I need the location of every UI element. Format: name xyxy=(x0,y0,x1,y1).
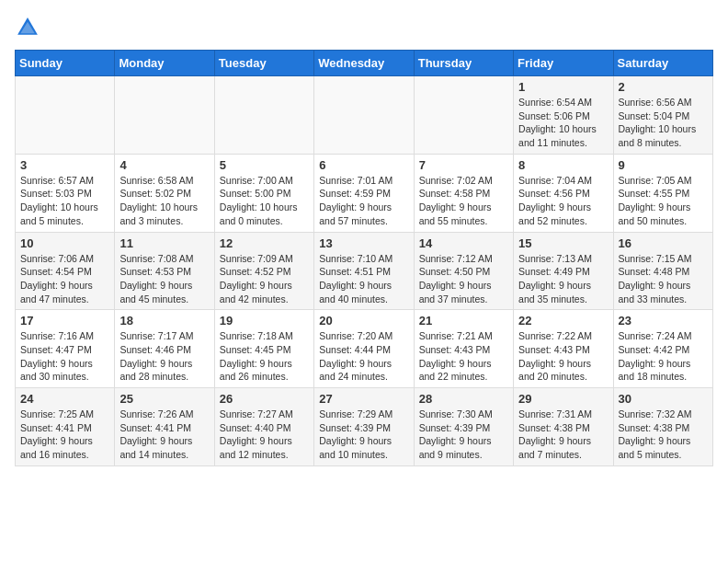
calendar-cell: 22Sunrise: 7:22 AM Sunset: 4:43 PM Dayli… xyxy=(514,310,613,388)
calendar-cell: 28Sunrise: 7:30 AM Sunset: 4:39 PM Dayli… xyxy=(414,388,513,466)
day-info: Sunrise: 7:12 AM Sunset: 4:50 PM Dayligh… xyxy=(419,252,508,306)
calendar-week-row: 1Sunrise: 6:54 AM Sunset: 5:06 PM Daylig… xyxy=(16,76,713,155)
calendar-cell: 6Sunrise: 7:01 AM Sunset: 4:59 PM Daylig… xyxy=(314,154,414,232)
day-number: 28 xyxy=(419,392,508,406)
day-info: Sunrise: 7:09 AM Sunset: 4:52 PM Dayligh… xyxy=(220,252,309,306)
calendar-cell xyxy=(214,76,313,155)
calendar-cell: 17Sunrise: 7:16 AM Sunset: 4:47 PM Dayli… xyxy=(16,310,115,388)
day-number: 19 xyxy=(220,314,309,327)
calendar-cell: 11Sunrise: 7:08 AM Sunset: 4:53 PM Dayli… xyxy=(115,232,214,310)
calendar-cell: 21Sunrise: 7:21 AM Sunset: 4:43 PM Dayli… xyxy=(414,310,513,388)
day-info: Sunrise: 7:27 AM Sunset: 4:40 PM Dayligh… xyxy=(220,408,309,462)
day-info: Sunrise: 7:01 AM Sunset: 4:59 PM Dayligh… xyxy=(319,174,408,228)
calendar-cell xyxy=(414,76,513,155)
day-number: 1 xyxy=(518,80,608,94)
header-day-sunday: Sunday xyxy=(16,51,115,76)
day-info: Sunrise: 7:21 AM Sunset: 4:43 PM Dayligh… xyxy=(419,329,508,384)
calendar-cell: 1Sunrise: 6:54 AM Sunset: 5:06 PM Daylig… xyxy=(514,76,613,155)
calendar-cell: 23Sunrise: 7:24 AM Sunset: 4:42 PM Dayli… xyxy=(613,310,712,388)
calendar-cell: 12Sunrise: 7:09 AM Sunset: 4:52 PM Dayli… xyxy=(214,232,313,310)
day-number: 27 xyxy=(319,392,408,406)
day-info: Sunrise: 7:18 AM Sunset: 4:45 PM Dayligh… xyxy=(220,329,309,384)
calendar-cell xyxy=(314,76,414,155)
calendar-header: SundayMondayTuesdayWednesdayThursdayFrid… xyxy=(16,51,713,76)
calendar-table: SundayMondayTuesdayWednesdayThursdayFrid… xyxy=(15,50,713,466)
day-info: Sunrise: 7:26 AM Sunset: 4:41 PM Dayligh… xyxy=(119,408,209,462)
calendar-cell: 9Sunrise: 7:05 AM Sunset: 4:55 PM Daylig… xyxy=(613,154,712,232)
day-number: 24 xyxy=(20,392,109,406)
calendar-cell: 8Sunrise: 7:04 AM Sunset: 4:56 PM Daylig… xyxy=(514,154,613,232)
calendar-cell: 30Sunrise: 7:32 AM Sunset: 4:38 PM Dayli… xyxy=(613,388,712,466)
day-info: Sunrise: 7:15 AM Sunset: 4:48 PM Dayligh… xyxy=(619,252,708,306)
day-info: Sunrise: 7:24 AM Sunset: 4:42 PM Dayligh… xyxy=(619,329,708,384)
day-info: Sunrise: 6:57 AM Sunset: 5:03 PM Dayligh… xyxy=(20,174,109,228)
calendar-cell: 15Sunrise: 7:13 AM Sunset: 4:49 PM Dayli… xyxy=(514,232,613,310)
day-number: 14 xyxy=(419,236,508,250)
day-info: Sunrise: 7:06 AM Sunset: 4:54 PM Dayligh… xyxy=(20,252,109,306)
calendar-cell: 16Sunrise: 7:15 AM Sunset: 4:48 PM Dayli… xyxy=(613,232,712,310)
logo-icon xyxy=(15,15,40,40)
calendar-cell: 14Sunrise: 7:12 AM Sunset: 4:50 PM Dayli… xyxy=(414,232,513,310)
calendar-cell: 27Sunrise: 7:29 AM Sunset: 4:39 PM Dayli… xyxy=(314,388,414,466)
day-info: Sunrise: 7:20 AM Sunset: 4:44 PM Dayligh… xyxy=(319,329,408,384)
calendar-cell: 4Sunrise: 6:58 AM Sunset: 5:02 PM Daylig… xyxy=(115,154,214,232)
calendar-cell: 26Sunrise: 7:27 AM Sunset: 4:40 PM Dayli… xyxy=(214,388,313,466)
calendar-cell: 29Sunrise: 7:31 AM Sunset: 4:38 PM Dayli… xyxy=(514,388,613,466)
calendar-cell: 13Sunrise: 7:10 AM Sunset: 4:51 PM Dayli… xyxy=(314,232,414,310)
day-number: 20 xyxy=(319,314,408,327)
calendar-cell xyxy=(16,76,115,155)
day-number: 30 xyxy=(619,392,708,406)
calendar-cell xyxy=(115,76,214,155)
day-info: Sunrise: 7:00 AM Sunset: 5:00 PM Dayligh… xyxy=(220,174,309,228)
day-info: Sunrise: 7:16 AM Sunset: 4:47 PM Dayligh… xyxy=(20,329,109,384)
day-number: 18 xyxy=(119,314,209,327)
header-day-monday: Monday xyxy=(115,51,214,76)
header-day-tuesday: Tuesday xyxy=(214,51,313,76)
day-info: Sunrise: 7:31 AM Sunset: 4:38 PM Dayligh… xyxy=(518,408,608,462)
calendar-cell: 20Sunrise: 7:20 AM Sunset: 4:44 PM Dayli… xyxy=(314,310,414,388)
day-number: 7 xyxy=(419,158,508,172)
day-number: 16 xyxy=(619,236,708,250)
header-day-thursday: Thursday xyxy=(414,51,513,76)
header-row: SundayMondayTuesdayWednesdayThursdayFrid… xyxy=(16,51,713,76)
day-info: Sunrise: 7:13 AM Sunset: 4:49 PM Dayligh… xyxy=(518,252,608,306)
day-info: Sunrise: 7:05 AM Sunset: 4:55 PM Dayligh… xyxy=(619,174,708,228)
day-info: Sunrise: 7:17 AM Sunset: 4:46 PM Dayligh… xyxy=(119,329,209,384)
day-number: 3 xyxy=(20,158,109,172)
calendar-cell: 24Sunrise: 7:25 AM Sunset: 4:41 PM Dayli… xyxy=(16,388,115,466)
day-number: 29 xyxy=(518,392,608,406)
calendar-body: 1Sunrise: 6:54 AM Sunset: 5:06 PM Daylig… xyxy=(16,76,713,466)
page-header xyxy=(15,15,713,40)
day-number: 9 xyxy=(619,158,708,172)
calendar-cell: 2Sunrise: 6:56 AM Sunset: 5:04 PM Daylig… xyxy=(613,76,712,155)
day-number: 23 xyxy=(619,314,708,327)
day-info: Sunrise: 6:56 AM Sunset: 5:04 PM Dayligh… xyxy=(619,96,708,150)
day-number: 10 xyxy=(20,236,109,250)
calendar-cell: 3Sunrise: 6:57 AM Sunset: 5:03 PM Daylig… xyxy=(16,154,115,232)
day-info: Sunrise: 7:10 AM Sunset: 4:51 PM Dayligh… xyxy=(319,252,408,306)
logo xyxy=(15,15,44,40)
calendar-cell: 10Sunrise: 7:06 AM Sunset: 4:54 PM Dayli… xyxy=(16,232,115,310)
day-number: 13 xyxy=(319,236,408,250)
day-number: 6 xyxy=(319,158,408,172)
day-number: 17 xyxy=(20,314,109,327)
day-number: 5 xyxy=(220,158,309,172)
calendar-week-row: 10Sunrise: 7:06 AM Sunset: 4:54 PM Dayli… xyxy=(16,232,713,310)
header-day-wednesday: Wednesday xyxy=(314,51,414,76)
day-number: 21 xyxy=(419,314,508,327)
day-info: Sunrise: 7:30 AM Sunset: 4:39 PM Dayligh… xyxy=(419,408,508,462)
calendar-week-row: 3Sunrise: 6:57 AM Sunset: 5:03 PM Daylig… xyxy=(16,154,713,232)
day-number: 26 xyxy=(220,392,309,406)
day-number: 2 xyxy=(619,80,708,94)
calendar-cell: 5Sunrise: 7:00 AM Sunset: 5:00 PM Daylig… xyxy=(214,154,313,232)
day-info: Sunrise: 7:04 AM Sunset: 4:56 PM Dayligh… xyxy=(518,174,608,228)
calendar-cell: 18Sunrise: 7:17 AM Sunset: 4:46 PM Dayli… xyxy=(115,310,214,388)
calendar-week-row: 17Sunrise: 7:16 AM Sunset: 4:47 PM Dayli… xyxy=(16,310,713,388)
day-number: 15 xyxy=(518,236,608,250)
day-number: 22 xyxy=(518,314,608,327)
day-number: 25 xyxy=(119,392,209,406)
day-info: Sunrise: 7:32 AM Sunset: 4:38 PM Dayligh… xyxy=(619,408,708,462)
calendar-week-row: 24Sunrise: 7:25 AM Sunset: 4:41 PM Dayli… xyxy=(16,388,713,466)
calendar-cell: 7Sunrise: 7:02 AM Sunset: 4:58 PM Daylig… xyxy=(414,154,513,232)
day-info: Sunrise: 7:02 AM Sunset: 4:58 PM Dayligh… xyxy=(419,174,508,228)
